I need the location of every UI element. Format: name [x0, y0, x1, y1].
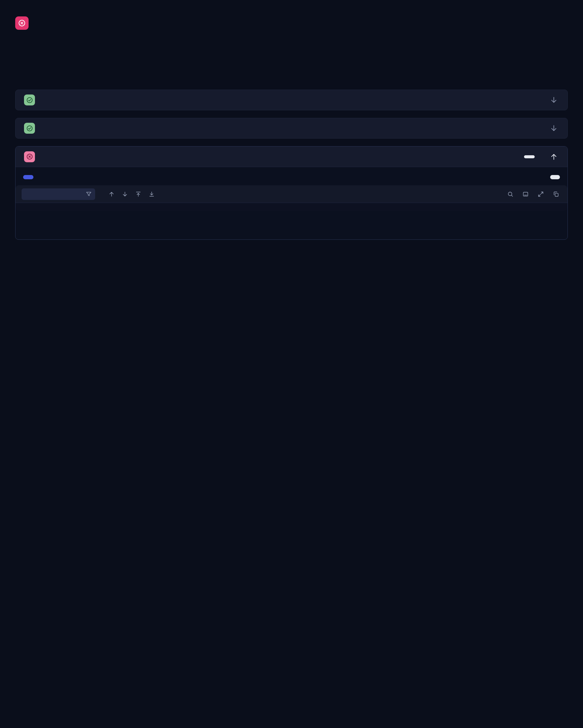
meta-queued-for — [86, 39, 89, 46]
run-test-section — [15, 146, 568, 240]
log-content-area — [16, 203, 567, 211]
step-clone-git-repository[interactable] — [15, 118, 568, 138]
log-lines — [16, 203, 567, 211]
log-toolbar — [16, 185, 567, 203]
execution-header — [15, 17, 568, 30]
log-toolbar-right — [505, 189, 561, 200]
search-icon[interactable] — [505, 189, 516, 200]
keyword-search-box — [22, 188, 95, 200]
resources-badge — [524, 155, 535, 158]
meta-execution-time — [74, 39, 76, 46]
execution-failed-icon — [15, 17, 29, 30]
next-match-icon[interactable] — [120, 189, 130, 200]
log-viewer — [16, 185, 567, 211]
previous-match-icon[interactable] — [106, 189, 117, 200]
chevron-down-icon[interactable] — [549, 95, 559, 105]
step-initializing[interactable] — [15, 89, 568, 110]
tab-bar — [15, 64, 568, 70]
meta-started — [47, 39, 50, 46]
execution-meta — [36, 39, 568, 46]
workers-tab[interactable] — [23, 175, 33, 179]
chevron-up-icon[interactable] — [549, 152, 559, 162]
steps-list — [15, 89, 568, 240]
fullscreen-icon[interactable] — [535, 189, 546, 200]
chevron-down-icon[interactable] — [549, 123, 559, 133]
dock-bottom-icon[interactable] — [520, 189, 531, 200]
workers-bar — [23, 175, 560, 179]
success-status-icon — [24, 123, 35, 134]
failed-status-icon — [24, 151, 35, 162]
success-status-icon — [24, 95, 35, 105]
filter-icon — [85, 191, 92, 198]
keyword-search-input[interactable] — [22, 188, 95, 200]
meta-finished — [60, 39, 62, 46]
execution-drawer — [0, 0, 583, 254]
general-logs-button[interactable] — [550, 175, 560, 179]
scroll-to-top-icon[interactable] — [133, 189, 144, 200]
step-run-test[interactable] — [16, 147, 567, 167]
copy-icon[interactable] — [551, 189, 561, 200]
scroll-to-bottom-icon[interactable] — [146, 189, 157, 200]
